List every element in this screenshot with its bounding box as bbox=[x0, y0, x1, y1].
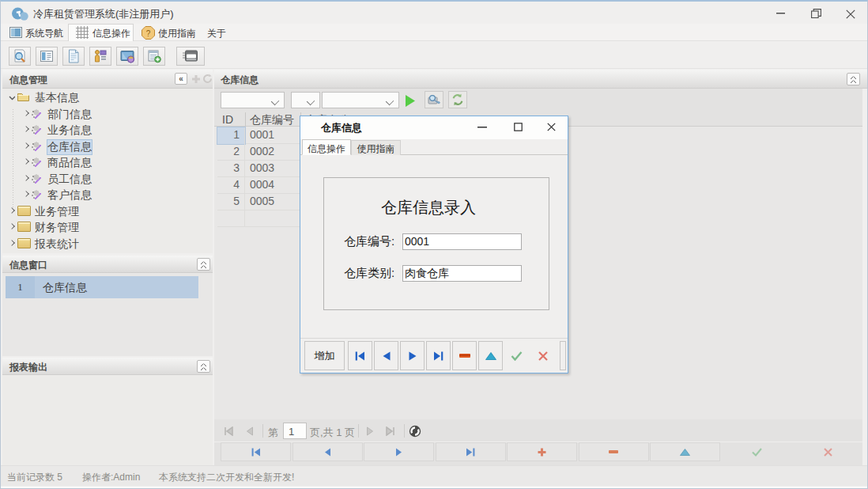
svg-text:?: ? bbox=[146, 29, 151, 38]
